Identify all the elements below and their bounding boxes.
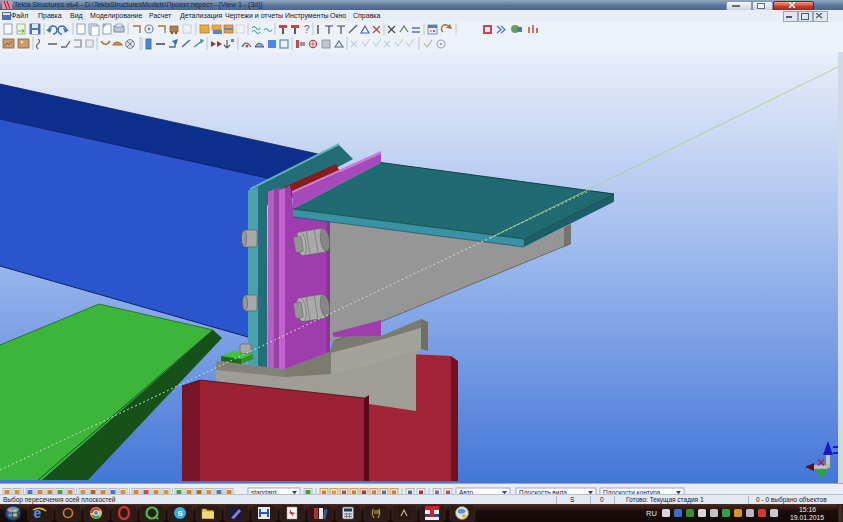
svg-text:?: ?: [304, 24, 310, 35]
svg-text:e: e: [34, 505, 42, 521]
svg-text:RU: RU: [646, 509, 657, 518]
svg-text:S: S: [177, 509, 183, 518]
svg-text:19.01.2015: 19.01.2015: [790, 514, 824, 521]
svg-text:15:16: 15:16: [799, 506, 816, 513]
